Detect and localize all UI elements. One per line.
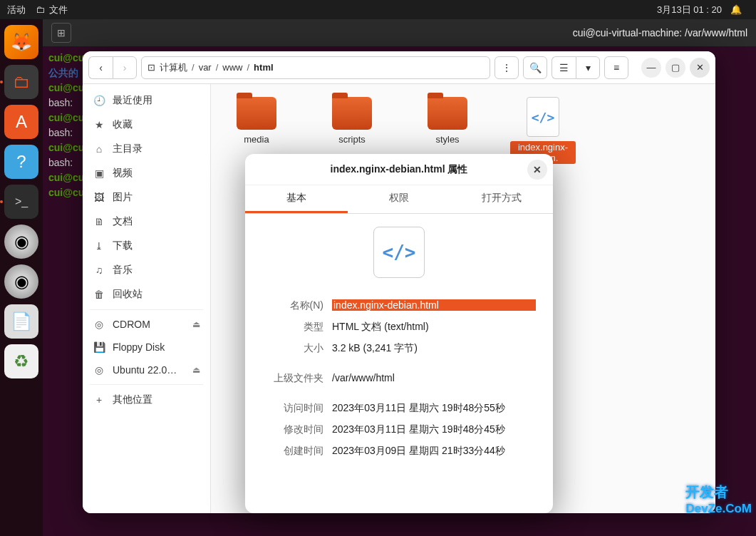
sidebar-item[interactable]: 💾Floppy Disk: [83, 336, 210, 359]
value-parent: /var/www/html: [332, 372, 536, 383]
new-tab-button[interactable]: ⊞: [51, 23, 71, 43]
dock-software[interactable]: A: [4, 105, 38, 139]
dock-firefox[interactable]: 🦊: [4, 25, 38, 59]
view-options-button[interactable]: ▾: [576, 56, 600, 79]
path-segment[interactable]: var: [199, 62, 212, 73]
dialog-body: </> 名称(N) index.nginx-debian.html 类型 HTM…: [245, 214, 553, 513]
terminal-line: cui@cu: [48, 82, 84, 93]
sidebar-item[interactable]: ⤓下载: [83, 234, 210, 258]
folder-icon: [332, 97, 372, 130]
view-toggle-button[interactable]: ☰: [552, 56, 576, 79]
value-name[interactable]: index.nginx-debian.html: [332, 299, 536, 311]
sidebar-item[interactable]: ◎CDROM⏏: [83, 313, 210, 336]
sidebar-item[interactable]: ⌂主目录: [83, 137, 210, 161]
value-size: 3.2 kB (3,241 字节): [332, 342, 536, 355]
sidebar-label: 回收站: [113, 288, 143, 301]
hamburger-menu-button[interactable]: ≡: [604, 56, 628, 79]
file-manager-header: ‹ › ⊡ 计算机 / var / www / html ⋮ 🔍 ☰ ▾ ≡ —…: [83, 51, 715, 84]
label-parent: 上级文件夹: [262, 372, 323, 385]
sidebar-label: 图片: [113, 191, 133, 204]
maximize-button[interactable]: ▢: [666, 58, 685, 78]
clock[interactable]: 3月13日 01 : 20: [657, 4, 722, 16]
terminal-line: cui@cu: [48, 142, 84, 153]
sidebar-label: 下载: [113, 239, 133, 252]
sidebar-icon: 🗎: [93, 216, 105, 227]
sidebar-icon: 🕘: [93, 95, 105, 106]
folder-icon: [237, 97, 276, 130]
app-menu[interactable]: 🗀 文件: [36, 4, 68, 16]
minimize-button[interactable]: —: [641, 58, 661, 78]
sidebar-item[interactable]: ♫音乐: [83, 258, 210, 282]
sidebar-item[interactable]: ★收藏: [83, 113, 210, 137]
back-button[interactable]: ‹: [88, 56, 113, 79]
html-file-icon: </>: [527, 97, 559, 137]
eject-icon[interactable]: ⏏: [192, 365, 200, 375]
path-root[interactable]: 计算机: [160, 61, 187, 74]
notification-icon[interactable]: 🔔: [730, 4, 742, 15]
sidebar-item[interactable]: 🗎文档: [83, 210, 210, 234]
search-button[interactable]: 🔍: [523, 56, 547, 79]
sidebar-icon: ⤓: [93, 240, 105, 252]
sidebar-label: 音乐: [113, 264, 133, 277]
sidebar-item[interactable]: 🗑回收站: [83, 282, 210, 306]
terminal-line: cui@cu: [48, 112, 84, 123]
terminal-line: cui@cu: [48, 187, 84, 198]
sidebar-item[interactable]: +其他位置: [83, 388, 210, 412]
path-segment[interactable]: www: [222, 62, 242, 73]
sidebar-item[interactable]: 🖼图片: [83, 185, 210, 210]
file-item[interactable]: media: [224, 97, 289, 145]
terminal-titlebar[interactable]: ⊞ cui@cui-virtual-machine: /var/www/html: [43, 19, 756, 46]
dialog-title: index.nginx-debian.html 属性: [331, 163, 468, 176]
file-type-icon[interactable]: </>: [373, 227, 425, 278]
sidebar-item[interactable]: ◎Ubuntu 22.0…⏏: [83, 359, 210, 381]
sidebar-label: 视频: [113, 167, 133, 180]
value-atime: 2023年03月11日 星期六 19时48分55秒: [332, 402, 536, 415]
app-menu-label: 文件: [49, 4, 68, 16]
file-item[interactable]: styles: [415, 97, 480, 145]
file-item[interactable]: scripts: [319, 97, 385, 145]
dock-files[interactable]: 🗀: [4, 65, 38, 99]
dock-disc-2[interactable]: ◉: [4, 264, 38, 299]
file-label: styles: [415, 134, 480, 145]
watermark: 开发者 DevZe.CoM: [685, 483, 752, 516]
dock-text-editor[interactable]: 📄: [4, 304, 38, 339]
label-name: 名称(N): [262, 299, 323, 312]
sidebar-label: Floppy Disk: [113, 341, 165, 353]
sidebar-label: 其他位置: [113, 393, 152, 406]
close-button[interactable]: ✕: [690, 58, 710, 78]
disk-icon: ⊡: [147, 62, 155, 73]
activities-button[interactable]: 活动: [7, 4, 26, 16]
forward-button[interactable]: ›: [113, 56, 137, 79]
terminal-title: cui@cui-virtual-machine: /var/www/html: [573, 27, 747, 38]
terminal-line: cui@cu: [48, 172, 84, 183]
terminal-line: bash:: [48, 127, 73, 138]
sidebar-label: 主目录: [113, 143, 143, 155]
dock-trash[interactable]: ♻: [4, 344, 38, 378]
tab-open-with[interactable]: 打开方式: [450, 185, 553, 213]
sidebar-icon: 🗑: [93, 289, 105, 300]
sidebar-label: Ubuntu 22.0…: [113, 364, 177, 376]
eject-icon[interactable]: ⏏: [192, 319, 200, 329]
sidebar-item[interactable]: ▣视频: [83, 161, 210, 185]
sidebar-icon: +: [93, 394, 105, 406]
path-bar[interactable]: ⊡ 计算机 / var / www / html: [141, 56, 490, 79]
sidebar-label: 最近使用: [113, 94, 152, 107]
top-panel: 活动 🗀 文件 3月13日 01 : 20 🔔: [0, 0, 756, 19]
tab-basic[interactable]: 基本: [245, 185, 348, 213]
path-current[interactable]: html: [254, 62, 273, 73]
dock-disc-1[interactable]: ◉: [4, 225, 38, 259]
sidebar-icon: 🖼: [93, 192, 105, 203]
path-menu-button[interactable]: ⋮: [494, 56, 519, 79]
dialog-titlebar[interactable]: index.nginx-debian.html 属性 ✕: [245, 154, 553, 185]
sidebar-icon: ▣: [93, 168, 105, 179]
dialog-close-button[interactable]: ✕: [527, 160, 547, 180]
value-type: HTML 文档 (text/html): [332, 321, 536, 334]
sidebar-item[interactable]: 🕘最近使用: [83, 88, 210, 113]
label-size: 大小: [262, 342, 323, 355]
sidebar-icon: ⌂: [93, 143, 105, 155]
label-type: 类型: [262, 321, 323, 334]
dock-help[interactable]: ?: [4, 145, 38, 179]
dock-terminal[interactable]: >_: [4, 185, 38, 219]
tab-permissions[interactable]: 权限: [348, 185, 450, 213]
terminal-line: bash:: [48, 157, 73, 168]
